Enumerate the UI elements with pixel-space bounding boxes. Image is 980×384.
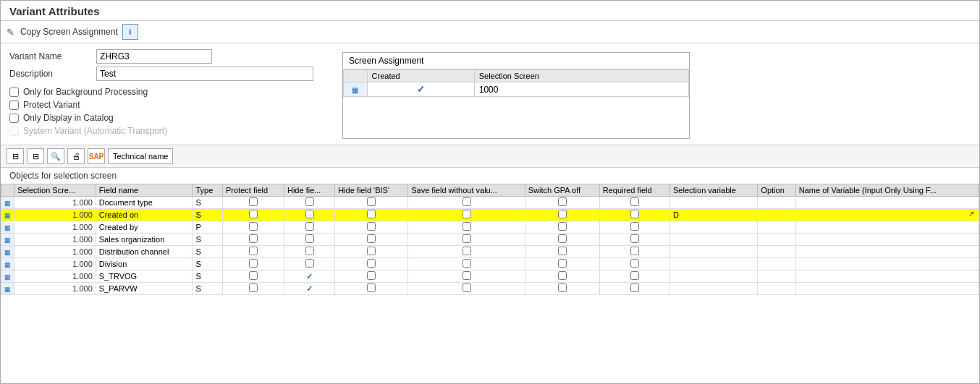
sap-icon: SAP	[89, 153, 104, 161]
switch-gpa-cell	[525, 197, 599, 209]
hide-fie-cell	[284, 221, 334, 234]
type-cell: S	[193, 283, 223, 295]
required-cell	[599, 270, 669, 283]
description-label: Description	[9, 69, 96, 79]
hide-fie-cell	[284, 197, 334, 209]
check-icon: ✓	[306, 284, 313, 293]
table-row: ▦ 1.000 Document type S	[1, 197, 979, 209]
protect-cell	[223, 197, 284, 209]
required-cell	[599, 283, 669, 295]
technical-name-label: Technical name	[113, 152, 168, 161]
protect-cell	[223, 221, 284, 234]
checkbox-protect-row: Protect Variant	[9, 100, 313, 110]
table-header-row: Selection Scre... Field name Type Protec…	[1, 184, 979, 197]
hide-fie-cell	[284, 246, 334, 258]
first-record-button[interactable]: ⊟	[7, 148, 24, 164]
field-name-cell: S_TRVOG	[96, 270, 193, 283]
description-input[interactable]	[96, 67, 313, 81]
name-var-cell: ↗	[795, 209, 979, 221]
option-cell	[758, 283, 795, 295]
sel-screen-cell: 1.000	[14, 283, 96, 295]
col-corner	[1, 184, 14, 197]
info-button[interactable]: i	[122, 24, 138, 40]
save-cell	[408, 234, 525, 246]
row-grid-icon: ▦	[4, 249, 11, 256]
sa-screen-cell: 1000	[474, 82, 688, 97]
check-icon: ✓	[306, 272, 313, 281]
field-name-cell: S_PARVW	[96, 283, 193, 295]
switch-gpa-cell	[525, 234, 599, 246]
row-grid-icon: ▦	[4, 236, 11, 244]
copy-screen-assignment-button[interactable]: Copy Screen Assignment	[20, 27, 118, 37]
display-catalog-checkbox[interactable]	[9, 114, 19, 123]
row-grid-icon: ▦	[4, 212, 11, 219]
sel-var-cell	[670, 197, 758, 209]
protect-cell	[223, 246, 284, 258]
sel-var-cell: D	[670, 209, 758, 221]
form-section: Variant Name Description Only for Backgr…	[1, 43, 979, 145]
protect-cell	[223, 283, 284, 295]
sa-created-header: Created	[367, 70, 474, 82]
save-cell	[408, 246, 525, 258]
save-cell	[408, 197, 525, 209]
col-hide-bis: Hide field 'BIS'	[335, 184, 408, 197]
sap-icon-button[interactable]: SAP	[88, 148, 105, 164]
checkbox-background-row: Only for Background Processing	[9, 87, 313, 97]
printer-icon: 🖨	[72, 152, 80, 161]
field-name-cell: Distribution channel	[96, 246, 193, 258]
col-hide-fie: Hide fie...	[284, 184, 334, 197]
name-var-cell	[795, 283, 979, 295]
window-title: Variant Attributes	[9, 5, 971, 17]
save-cell	[408, 270, 525, 283]
table-row: ▦ 1.000 Sales organization S	[1, 234, 979, 246]
protect-variant-label: Protect Variant	[23, 100, 80, 110]
col-field-name: Field name	[96, 184, 193, 197]
protect-variant-checkbox[interactable]	[9, 101, 19, 110]
type-cell: S	[193, 246, 223, 258]
sel-screen-cell: 1.000	[14, 258, 96, 270]
switch-gpa-cell	[525, 258, 599, 270]
sel-var-cell	[670, 221, 758, 234]
name-var-cell	[795, 197, 979, 209]
row-icon-cell: ▦	[1, 209, 14, 221]
table-row: ▦ 1.000 S_PARVW S ✓	[1, 283, 979, 295]
col-switch-gpa: Switch GPA off	[525, 184, 599, 197]
background-processing-checkbox[interactable]	[9, 88, 19, 97]
sa-selection-screen-header: Selection Screen	[474, 70, 688, 82]
field-name-cell: Created by	[96, 221, 193, 234]
name-var-cell	[795, 246, 979, 258]
hide-bis-cell	[335, 258, 408, 270]
switch-gpa-cell	[525, 270, 599, 283]
checkbox-catalog-row: Only Display in Catalog	[9, 113, 313, 123]
print-button[interactable]: 🖨	[67, 148, 85, 164]
required-cell	[599, 258, 669, 270]
sa-row-icon: ▦	[344, 82, 368, 97]
variant-name-input[interactable]	[96, 49, 212, 64]
objects-section-label: Objects for selection screen	[1, 168, 979, 184]
prev-record-button[interactable]: ⊟	[27, 148, 44, 164]
variant-name-label: Variant Name	[9, 51, 96, 61]
protect-cell	[223, 234, 284, 246]
option-cell	[758, 234, 795, 246]
table-row: ▦ 1.000 Distribution channel S	[1, 246, 979, 258]
main-data-table: Selection Scre... Field name Type Protec…	[1, 184, 979, 295]
description-row: Description	[9, 67, 313, 81]
save-cell	[408, 283, 525, 295]
row-grid-icon: ▦	[4, 200, 11, 207]
type-cell: S	[193, 258, 223, 270]
find-button[interactable]: 🔍	[47, 148, 64, 164]
sel-var-cell	[670, 234, 758, 246]
option-cell	[758, 197, 795, 209]
col-option: Option	[758, 184, 795, 197]
switch-gpa-cell	[525, 246, 599, 258]
hide-fie-cell: ✓	[284, 283, 334, 295]
checkbox-section: Only for Background Processing Protect V…	[9, 87, 313, 136]
main-table-wrapper: Selection Scre... Field name Type Protec…	[1, 184, 979, 295]
technical-name-button[interactable]: Technical name	[108, 148, 173, 164]
type-cell: S	[193, 197, 223, 209]
display-catalog-label: Only Display in Catalog	[23, 113, 114, 123]
table-row: ▦ 1.000 Created on S D ↗	[1, 209, 979, 221]
col-required: Required field	[599, 184, 669, 197]
sel-var-cell	[670, 246, 758, 258]
type-cell: S	[193, 234, 223, 246]
